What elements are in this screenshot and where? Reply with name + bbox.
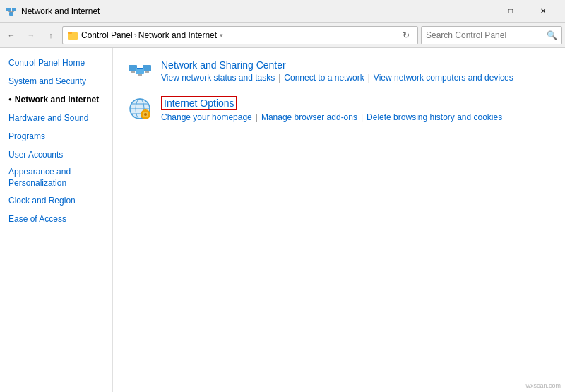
- sidebar-item-network-and-internet[interactable]: ● Network and Internet: [0, 90, 112, 109]
- sidebar-label: Programs: [8, 130, 45, 143]
- svg-rect-14: [138, 74, 142, 76]
- sidebar: Control Panel Home System and Security ●…: [0, 48, 113, 392]
- link-connect-to-network[interactable]: Connect to a network: [284, 73, 364, 83]
- up-button[interactable]: ↑: [42, 27, 59, 44]
- title-bar: Network and Internet − □ ✕: [0, 0, 565, 23]
- internet-options-icon: [127, 96, 153, 121]
- sidebar-label: Control Panel Home: [8, 57, 85, 69]
- refresh-button[interactable]: ↻: [399, 28, 413, 42]
- back-button[interactable]: ←: [3, 27, 20, 44]
- sidebar-label: Ease of Access: [8, 213, 66, 225]
- main-container: Control Panel Home System and Security ●…: [0, 48, 565, 392]
- network-sharing-links: View network status and tasks | Connect …: [161, 73, 551, 83]
- svg-rect-15: [136, 76, 143, 76]
- maximize-button[interactable]: □: [494, 0, 527, 23]
- sidebar-item-user-accounts[interactable]: User Accounts: [0, 145, 112, 164]
- internet-options-title-text: Internet Options: [161, 96, 237, 110]
- internet-options-title[interactable]: Internet Options: [161, 96, 551, 110]
- svg-line-4: [11, 11, 14, 12]
- link-manage-addons[interactable]: Manage browser add-ons: [261, 112, 357, 122]
- sidebar-label: Appearance and Personalization: [8, 167, 104, 189]
- network-sharing-icon: [127, 59, 153, 85]
- svg-point-26: [144, 113, 147, 116]
- svg-rect-28: [145, 118, 146, 120]
- link-view-network-computers[interactable]: View network computers and devices: [374, 73, 513, 83]
- sidebar-item-clock-and-region[interactable]: Clock and Region: [0, 191, 112, 210]
- address-path: Control Panel › Network and Internet ▾: [81, 30, 396, 40]
- section-network-sharing: Network and Sharing Center View network …: [127, 59, 551, 85]
- forward-button[interactable]: →: [23, 27, 40, 44]
- sidebar-label: Hardware and Sound: [8, 112, 88, 124]
- svg-rect-0: [6, 8, 11, 11]
- section-internet-options: Internet Options Change your homepage | …: [127, 96, 551, 122]
- window-icon: [6, 6, 17, 17]
- address-bar: Control Panel › Network and Internet ▾ ↻: [62, 26, 418, 44]
- sidebar-item-appearance-and-personalization[interactable]: Appearance and Personalization: [0, 164, 112, 191]
- svg-rect-8: [131, 71, 135, 73]
- window-title: Network and Internet: [21, 6, 100, 16]
- sidebar-label: Clock and Region: [8, 194, 76, 207]
- minimize-button[interactable]: −: [462, 0, 494, 23]
- search-input[interactable]: [426, 30, 544, 40]
- watermark: wxscan.com: [525, 382, 561, 389]
- network-sharing-title[interactable]: Network and Sharing Center: [161, 59, 551, 71]
- internet-options-content: Internet Options Change your homepage | …: [161, 96, 551, 122]
- link-delete-browsing-history[interactable]: Delete browsing history and cookies: [367, 112, 502, 122]
- sidebar-item-programs[interactable]: Programs: [0, 127, 112, 145]
- window-controls: − □ ✕: [462, 0, 559, 23]
- search-bar: 🔍: [421, 26, 562, 44]
- address-dropdown-icon[interactable]: ▾: [220, 32, 223, 39]
- nav-bar: ← → ↑ Control Panel › Network and Intern…: [0, 23, 565, 48]
- title-bar-left: Network and Internet: [6, 6, 100, 17]
- sidebar-item-ease-of-access[interactable]: Ease of Access: [0, 210, 112, 228]
- svg-rect-29: [141, 114, 143, 115]
- svg-rect-2: [9, 12, 13, 16]
- close-button[interactable]: ✕: [527, 0, 559, 23]
- svg-rect-6: [68, 32, 72, 34]
- svg-rect-12: [143, 73, 150, 73]
- svg-rect-1: [12, 8, 16, 11]
- svg-line-3: [8, 11, 11, 12]
- svg-rect-9: [129, 73, 136, 73]
- svg-rect-27: [145, 109, 146, 112]
- sidebar-item-control-panel-home[interactable]: Control Panel Home: [0, 54, 112, 72]
- sidebar-label: System and Security: [8, 75, 86, 88]
- network-sharing-content: Network and Sharing Center View network …: [161, 59, 551, 83]
- search-icon[interactable]: 🔍: [547, 30, 557, 40]
- link-view-network-status[interactable]: View network status and tasks: [161, 73, 275, 83]
- svg-rect-30: [149, 114, 151, 115]
- svg-rect-11: [145, 71, 149, 73]
- address-folder-icon: [67, 30, 78, 41]
- sidebar-label: Network and Internet: [15, 93, 99, 106]
- link-change-homepage[interactable]: Change your homepage: [161, 112, 252, 122]
- address-segment-control-panel[interactable]: Control Panel: [81, 30, 133, 40]
- content-panel: Network and Sharing Center View network …: [113, 48, 565, 392]
- sidebar-item-system-and-security[interactable]: System and Security: [0, 72, 112, 90]
- active-bullet: ●: [8, 95, 12, 104]
- sidebar-label: User Accounts: [8, 148, 63, 161]
- sidebar-item-hardware-and-sound[interactable]: Hardware and Sound: [0, 109, 112, 127]
- internet-options-links: Change your homepage | Manage browser ad…: [161, 112, 551, 122]
- address-segment-current[interactable]: Network and Internet: [138, 30, 217, 40]
